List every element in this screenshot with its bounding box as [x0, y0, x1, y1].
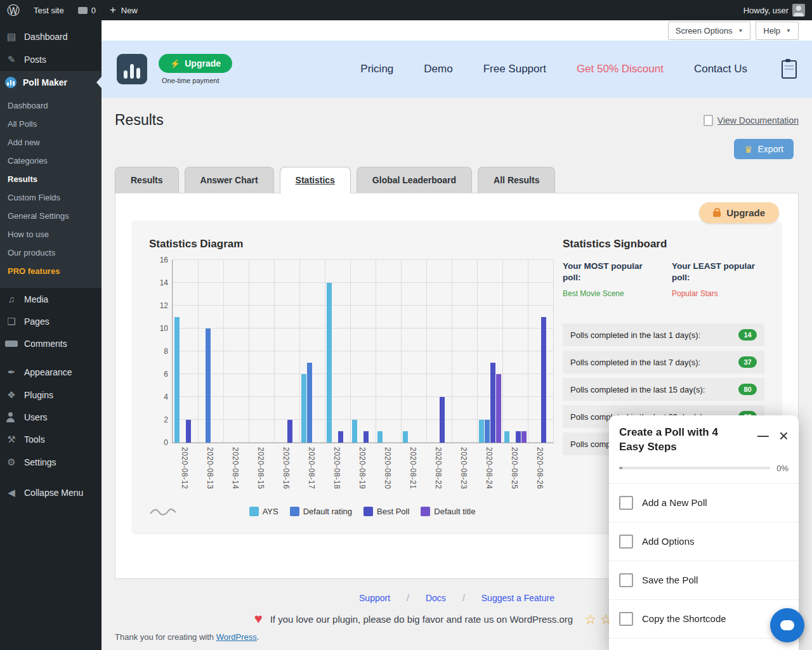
x-label-slot: 2020-08-14 [223, 443, 248, 502]
collapse-menu-button[interactable]: ◀ Collapse Menu [0, 481, 102, 504]
tab-all-results[interactable]: All Results [478, 167, 555, 193]
banner-link-pricing[interactable]: Pricing [360, 63, 393, 75]
tab-statistics[interactable]: Statistics [280, 167, 351, 193]
chat-launcher-button[interactable] [770, 608, 804, 642]
close-icon[interactable]: × [779, 429, 789, 443]
bar-ays [327, 283, 332, 443]
x-label-slot: 2020-08-18 [324, 443, 350, 502]
logo-bar [136, 68, 140, 79]
bar-default-rating [307, 363, 312, 443]
tab-results[interactable]: Results [115, 167, 179, 193]
bar-ays [377, 431, 383, 443]
heart-icon: ♥ [254, 612, 263, 626]
menu-item-label: Plugins [24, 390, 53, 400]
chart-area: 0246810121416 2020-08-122020-08-132020-0… [172, 259, 553, 516]
count-badge: 14 [738, 329, 757, 341]
sidebar-item-posts[interactable]: ✎Posts [0, 48, 102, 71]
crown-icon: ♛ [744, 145, 752, 154]
banner-link-contact-us[interactable]: Contact Us [694, 63, 747, 75]
x-tick-label: 2020-08-19 [358, 447, 367, 502]
sidebar-item-dashboard[interactable]: ▤Dashboard [0, 25, 102, 48]
sidebar-item-poll-maker[interactable]: Poll Maker [0, 71, 102, 94]
x-label-slot: 2020-08-25 [502, 443, 527, 502]
docs-link[interactable]: Docs [426, 593, 446, 603]
new-content-menu[interactable]: + New [103, 0, 145, 20]
export-label: Export [758, 144, 783, 154]
suggest-feature-link[interactable]: Suggest a Feature [481, 593, 554, 603]
submenu-item-general-settings[interactable]: General Settings [0, 207, 102, 225]
upgrade-button[interactable]: ⚡ Upgrade [159, 54, 232, 73]
wordpress-link[interactable]: WordPress [216, 632, 257, 642]
submenu-item-pro-features[interactable]: PRO features [0, 262, 102, 280]
pages-icon: ❏ [5, 316, 18, 327]
legend-swatch [249, 507, 259, 516]
x-label-slot: 2020-08-20 [375, 443, 400, 502]
progress-percent: 0% [776, 464, 789, 473]
admin-bar-comments[interactable]: 0 [71, 0, 103, 20]
submenu-item-dashboard[interactable]: Dashboard [0, 96, 102, 115]
menu-item-label: Settings [24, 457, 56, 467]
x-tick-label: 2020-08-17 [307, 447, 316, 502]
wp-logo-menu[interactable]: Ⓦ [0, 0, 27, 20]
bar-chart: 0246810121416 [172, 259, 554, 443]
legend-item-default-rating: Default rating [290, 507, 352, 516]
x-tick-label: 2020-08-22 [434, 447, 443, 502]
banner-link-get-50-discount[interactable]: Get 50% Discount [577, 63, 664, 75]
site-name-link[interactable]: Test site [27, 0, 71, 20]
clipboard-icon[interactable] [782, 60, 797, 79]
support-link[interactable]: Support [359, 593, 390, 603]
export-button[interactable]: ♛ Export [734, 139, 794, 159]
sidebar-item-plugins[interactable]: ❖Plugins [0, 384, 102, 406]
sidebar-item-settings[interactable]: ⚙Settings [0, 451, 102, 474]
banner-link-demo[interactable]: Demo [424, 63, 452, 75]
help-button[interactable]: Help ▼ [756, 22, 799, 40]
sidebar-item-users[interactable]: Users [0, 406, 102, 428]
thanks-period: . [257, 632, 259, 642]
my-account-menu[interactable]: Howdy, user [737, 0, 812, 20]
submenu-item-all-polls[interactable]: All Polls [0, 115, 102, 133]
step-label: Add a New Poll [642, 497, 707, 508]
banner-link-free-support[interactable]: Free Support [483, 63, 546, 75]
star-icon[interactable]: ☆ [584, 613, 596, 626]
x-tick-label: 2020-08-25 [510, 447, 519, 502]
submenu-item-our-products[interactable]: Our products [0, 244, 102, 262]
active-menu-arrow [96, 77, 102, 88]
upgrade-pill-button[interactable]: Upgrade [699, 202, 779, 223]
most-popular-column: Your MOST popular poll: Best Movie Scene [563, 261, 655, 298]
submenu-item-results[interactable]: Results [0, 170, 102, 188]
submenu-item-categories[interactable]: Categories [0, 152, 102, 170]
sidebar-item-comments[interactable]: Comments [0, 333, 102, 354]
view-documentation-link[interactable]: View Documentation [704, 115, 799, 126]
comment-count: 0 [91, 6, 96, 15]
y-tick-label: 14 [153, 278, 168, 288]
signboard-row: Polls completed in the last 7 day(s):37 [563, 351, 764, 374]
legend-label: Default title [434, 507, 475, 516]
modal-title: Create a Poll with 4 Easy Steps [619, 426, 743, 455]
minimize-icon[interactable]: — [757, 430, 769, 441]
submenu-item-add-new[interactable]: Add new [0, 133, 102, 152]
x-tick-label: 2020-08-14 [231, 447, 240, 502]
tab-answer-chart[interactable]: Answer Chart [185, 167, 274, 193]
signboard-row-label: Polls completed in the last 1 day(s): [570, 330, 700, 340]
sidebar-menu: ▤Dashboard✎PostsPoll MakerDashboardAll P… [0, 25, 102, 474]
view-documentation-label: View Documentation [717, 115, 799, 126]
sidebar-item-tools[interactable]: ⚒Tools [0, 428, 102, 451]
sidebar-item-media[interactable]: ♫Media [0, 288, 102, 310]
tab-global-leaderboard[interactable]: Global Leaderboard [357, 167, 472, 193]
submenu-item-custom-fields[interactable]: Custom Fields [0, 188, 102, 207]
sidebar-item-pages[interactable]: ❏Pages [0, 310, 102, 333]
bar-default-rating [206, 328, 211, 443]
y-tick-label: 0 [153, 438, 168, 448]
screen-options-button[interactable]: Screen Options ▼ [668, 22, 751, 40]
submenu-item-how-to-use[interactable]: How to use [0, 225, 102, 244]
checkbox-save-the-poll[interactable] [619, 573, 633, 587]
sidebar-item-appearance[interactable]: ✒Appearance [0, 361, 102, 384]
x-label-slot: 2020-08-23 [451, 443, 476, 502]
checkbox-add-a-new-poll[interactable] [619, 496, 633, 510]
separator: / [407, 593, 409, 603]
menu-item-label: Media [24, 294, 48, 304]
poll-maker-logo [117, 54, 147, 84]
checkbox-add-options[interactable] [619, 535, 633, 549]
checkbox-copy-the-shortcode[interactable] [619, 612, 633, 626]
legend-swatch [290, 507, 299, 516]
